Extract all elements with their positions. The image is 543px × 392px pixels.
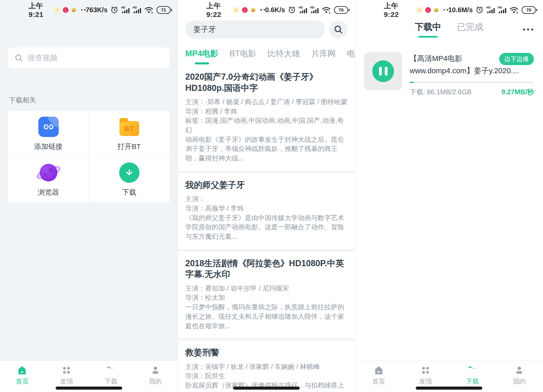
svg-text:HD: HD (486, 6, 490, 9)
download-progress-bar (410, 82, 534, 83)
download-info: 【高清MP4电影 边下边播 www.domp4.com】姜子y.2020....… (410, 52, 534, 97)
download-title-line1: 【高清MP4电影 (410, 53, 462, 64)
network-speed: 10.6M/s (448, 6, 473, 14)
result-meta: 主演： (185, 194, 348, 204)
download-task-item[interactable]: 【高清MP4电影 边下边播 www.domp4.com】姜子y.2020....… (364, 52, 534, 97)
home-indicator-handle[interactable] (416, 387, 482, 390)
result-item[interactable]: 我的师父姜子牙 主演： 导演：高薇华 / 李炜 《我的师父姜子牙》是由中国传媒大… (178, 173, 355, 252)
phone-screen-downloads: 上午9:22 ↓ 10.6M/s HD HD 6 70 下载中 已完成 (355, 0, 543, 392)
video-search-bar[interactable] (8, 47, 169, 68)
nav-label: 首页 (372, 377, 385, 386)
cleaner-notification-icon (72, 8, 77, 12)
tab-dianying-taotao[interactable]: 电影淘淘 (347, 48, 355, 64)
search-input[interactable] (27, 54, 163, 62)
add-link-button[interactable]: 添加链接 (8, 111, 89, 156)
download-speed-text: 9.27MB/秒 (501, 87, 534, 97)
result-meta: 主演：吴镇宇 / 狄龙 / 张家辉 / 车婉婉 / 林晓峰 (185, 362, 348, 372)
home-icon (373, 365, 384, 376)
shortcut-label: 添加链接 (34, 142, 63, 151)
svg-text:6: 6 (517, 11, 518, 14)
svg-text:HD: HD (299, 6, 303, 9)
profile-icon (150, 365, 161, 376)
result-meta: 导演：高薇华 / 李炜 (185, 204, 348, 213)
wifi-icon: 6 (509, 6, 519, 14)
result-item[interactable]: 2018生活剧情《阿拉姜色》HD1080P.中英字幕.无水印 主演：赛却加 / … (178, 252, 355, 341)
result-meta: 主演：赛却加 / 容中尔甲 / 尼玛颂宋 (185, 284, 348, 293)
nav-item-profile[interactable]: 我的 (496, 361, 543, 392)
result-title: 救姜刑警 (185, 347, 348, 358)
tab-bite-daxiong[interactable]: 比特大雄 (267, 48, 300, 64)
home-icon (17, 365, 27, 376)
nav-item-home[interactable]: 首页 (0, 361, 44, 392)
nav-label: 首页 (16, 377, 29, 386)
browser-button[interactable]: 浏览器 (8, 157, 89, 202)
svg-text:HD: HD (310, 6, 314, 9)
search-row (185, 20, 348, 39)
notification-icons: ↓ (54, 7, 86, 13)
search-icon (333, 24, 343, 35)
pause-button[interactable] (372, 60, 394, 82)
signal-icon: HD (299, 6, 307, 14)
nav-item-profile[interactable]: 我的 (133, 361, 177, 392)
tab-pianku[interactable]: 片库网 (311, 48, 336, 64)
status-right-cluster: 10.6M/s HD HD 6 70 (448, 6, 536, 14)
tab-completed[interactable]: 已完成 (457, 21, 483, 38)
alarm-icon (110, 6, 118, 14)
battery-level: 70 (526, 7, 531, 13)
tab-mp4-movies[interactable]: MP4电影 (185, 48, 218, 64)
result-meta: 导演：松太加 (185, 293, 348, 302)
search-field[interactable] (185, 20, 325, 39)
more-menu-icon[interactable] (523, 24, 533, 35)
download-size-text: 下载: 86.1MB/2.6GB (410, 87, 471, 97)
cleaner-notification-icon (434, 8, 439, 12)
result-meta: 主演：·郑希 / 杨凝 / 阎么么 / 姜广涛 / 季冠霖 / 图特哈蒙 (185, 97, 348, 107)
clock-time: 上午9:21 (29, 1, 50, 19)
tab-downloading[interactable]: 下载中 (415, 21, 441, 38)
result-synopsis: 一日梦中惊醒，俄玛在重病之际，执意踏上前往拉萨的漫长之旅。现任丈夫和儿子相继追随… (185, 302, 348, 331)
search-input[interactable] (193, 25, 317, 34)
clock-time: 上午9:22 (206, 1, 229, 19)
result-item[interactable]: 2020国产7.0分奇幻动画《姜子牙》HD1080p.国语中字 主演：·郑希 /… (178, 65, 355, 173)
result-synopsis: 动画电影《姜子牙》的故事发生于封神大战之后。昆仑弟子姜子牙，率领众神战胜狐妖，推… (185, 135, 348, 163)
source-tabs: MP4电影 BT电影 比特大雄 片库网 电影淘淘 (178, 48, 355, 64)
tab-bt-movies[interactable]: BT电影 (229, 48, 256, 64)
svg-text:HD: HD (133, 6, 137, 9)
nav-label: 下载 (105, 377, 117, 386)
nav-label: 发现 (60, 377, 73, 386)
result-meta: 导演：程腾 / 李炜 (185, 107, 348, 116)
download-button[interactable]: 下载 (89, 157, 169, 202)
download-notification-icon: ↓ (425, 7, 431, 13)
shortcut-label: 下载 (122, 188, 136, 197)
home-indicator-handle[interactable] (233, 387, 300, 390)
downloads-folder-icon (467, 365, 478, 376)
notification-icons: ↓ (233, 7, 265, 13)
result-title: 2020国产7.0分奇幻动画《姜子牙》HD1080p.国语中字 (185, 71, 348, 93)
more-notifications-icon (444, 9, 448, 11)
search-results-list: 2020国产7.0分奇幻动画《姜子牙》HD1080p.国语中字 主演：·郑希 /… (178, 65, 355, 392)
wifi-icon: 6 (322, 6, 331, 14)
phone-screen-home: 上午9:21 ↓ 763K/s HD HD 6 71 下载相关 (0, 0, 177, 392)
browser-planet-icon (38, 162, 59, 183)
search-button[interactable] (329, 20, 348, 39)
alarm-icon (475, 6, 484, 14)
status-bar: 上午9:22 ↓ 10.6M/s HD HD 6 70 (355, 0, 543, 18)
home-indicator-handle[interactable] (56, 387, 122, 390)
app-notification-icon (233, 7, 239, 13)
downloads-header: 下载中 已完成 (355, 21, 543, 43)
battery-icon: 71 (156, 6, 171, 14)
result-meta: 标签：国漫,国产动画,中国动画,动画,中国,国产,动漫,奇幻 (185, 116, 348, 135)
open-bt-button[interactable]: BT 打开BT (89, 111, 169, 156)
download-circle-icon (119, 162, 139, 183)
shortcut-label: 打开BT (117, 142, 141, 151)
nav-item-home[interactable]: 首页 (355, 361, 402, 392)
result-item[interactable]: 救姜刑警 主演：吴镇宇 / 狄龙 / 张家辉 / 车婉婉 / 林晓峰 导演：阮世… (178, 341, 355, 392)
svg-text:HD: HD (121, 6, 125, 9)
download-notification-icon: ↓ (63, 7, 69, 13)
play-while-downloading-badge[interactable]: 边下边播 (499, 53, 534, 65)
bt-letters: BT (124, 124, 134, 133)
shortcut-grid: 添加链接 BT 打开BT 浏览器 下载 (8, 111, 169, 202)
discover-icon (61, 365, 72, 376)
shortcut-label: 浏览器 (38, 188, 59, 197)
signal-icon: HD (121, 6, 130, 14)
network-speed: 0.6K/s (265, 6, 285, 14)
